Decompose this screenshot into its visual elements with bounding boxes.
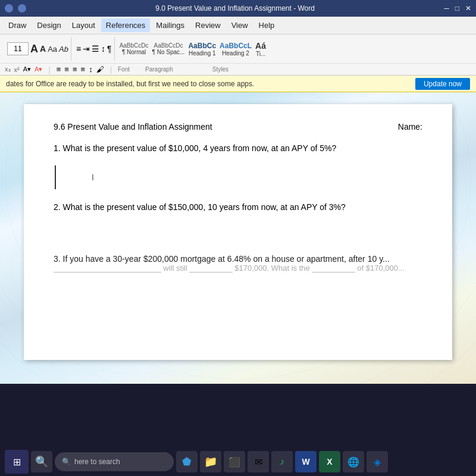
document-area: 9.6 Present Value and Inflation Assignme… [0, 92, 476, 384]
menu-design[interactable]: Design [32, 18, 65, 32]
align-left-icon[interactable]: ≡ [57, 65, 61, 74]
ribbon-font-group: A A Aa Ab [5, 37, 71, 61]
taskbar-store-icon[interactable]: ⬛ [224, 451, 245, 472]
taskbar-chrome-icon[interactable]: 🌐 [343, 451, 364, 472]
close-icon[interactable]: ✕ [465, 4, 471, 12]
align-right-icon[interactable]: ≡ [73, 65, 77, 74]
font-size-input[interactable] [7, 42, 29, 55]
update-now-button[interactable]: Update now [415, 78, 470, 90]
taskbar-edge2-icon[interactable]: ◈ [367, 451, 388, 472]
taskbar-mail-icon[interactable]: ✉ [248, 451, 269, 472]
document-page[interactable]: 9.6 Present Value and Inflation Assignme… [24, 104, 452, 360]
taskbar-word-icon[interactable]: W [295, 451, 317, 472]
taskbar-edge-icon[interactable]: ⬟ [176, 451, 198, 472]
superscript-icon[interactable]: x² [14, 66, 20, 73]
question-2: 2. What is the present value of $150,000… [54, 201, 422, 214]
line-spacing-icon[interactable]: ↕ [89, 65, 93, 74]
font-aa[interactable]: Aa [48, 45, 57, 54]
font-ab[interactable]: Ab [59, 45, 68, 54]
indent-icon[interactable]: ⇥ [83, 44, 90, 54]
search-placeholder: here to search [74, 458, 120, 466]
window-icon-1 [5, 4, 13, 12]
ribbon-row-2: x₂ x² A▾ A▾ | ≡ ≡ ≡ ≡ ↕ 🖌 | Font Paragra… [0, 64, 476, 75]
ribbon: A A Aa Ab ≡ ⇥ ☰ ↕ ¶ AaBbCcDc ¶ Normal Aa… [0, 35, 476, 76]
document-title: 9.6 Present Value and Inflation Assignme… [54, 122, 212, 131]
paragraph-mark-icon[interactable]: ¶ [107, 44, 112, 54]
styles-section-label: Styles [212, 66, 228, 73]
store-icon: ⬛ [228, 456, 240, 468]
taskbar-search-box[interactable]: 🔍 here to search [55, 452, 174, 471]
taskbar-excel-icon[interactable]: X [319, 451, 340, 472]
question-1: 1. What is the present value of $10,000,… [54, 142, 422, 155]
question-3-partial: 3. If you have a 30-year $200,000 mortga… [54, 254, 422, 264]
font-section-label: Font [118, 66, 130, 73]
word-logo-icon: W [302, 457, 309, 466]
justify-icon[interactable]: ≡ [81, 65, 86, 74]
magnifier-icon: 🔍 [35, 455, 48, 468]
menu-mailings[interactable]: Mailings [151, 18, 189, 32]
question-3-continuation: _________________________ will still ___… [54, 264, 422, 275]
menu-review[interactable]: Review [190, 18, 226, 32]
highlight-color-icon[interactable]: A▾ [23, 65, 31, 73]
search-glass-icon: 🔍 [62, 458, 71, 466]
menu-view[interactable]: View [227, 18, 253, 32]
menu-draw[interactable]: Draw [4, 18, 31, 32]
edge-icon: ⬟ [182, 455, 192, 468]
edge2-icon: ◈ [374, 456, 381, 468]
cursor-i-beam: I [92, 173, 94, 182]
ribbon-styles-group: AaBbCcDc ¶ Normal AaBbCcDc ¶ No Spac... … [117, 37, 268, 61]
window-icon-2 [18, 4, 26, 12]
menu-layout[interactable]: Layout [67, 18, 100, 32]
font-a-medium[interactable]: A [40, 44, 46, 54]
title-bar: 9.0 Present Value and Inflation Assignme… [0, 0, 476, 17]
taskbar-file-explorer-icon[interactable]: 📁 [200, 451, 221, 472]
style-heading1[interactable]: AaBbCc Heading 1 [188, 42, 216, 57]
start-button[interactable]: ⊞ [5, 450, 29, 474]
excel-logo-icon: X [327, 457, 332, 466]
menu-bar: Draw Design Layout References Mailings R… [0, 17, 476, 35]
sort-icon[interactable]: ↕ [101, 44, 105, 54]
answer-area-2 [54, 224, 422, 254]
window-title: 9.0 Present Value and Inflation Assignme… [31, 4, 439, 12]
chrome-icon: 🌐 [347, 456, 359, 468]
menu-help[interactable]: Help [254, 18, 280, 32]
ribbon-row-1: A A Aa Ab ≡ ⇥ ☰ ↕ ¶ AaBbCcDc ¶ Normal Aa… [0, 35, 476, 64]
update-message: dates for Office are ready to be install… [6, 80, 409, 88]
taskbar: ⊞ 🔍 🔍 here to search ⬟ 📁 ⬛ ✉ ♪ W X 🌐 ◈ [0, 447, 476, 476]
ribbon-paragraph-group: ≡ ⇥ ☰ ↕ ¶ [74, 37, 115, 61]
window-controls: ─ □ ✕ [444, 4, 471, 12]
mail-icon: ✉ [255, 456, 262, 468]
style-nospac[interactable]: AaBbCcDc ¶ No Spac... [152, 42, 185, 55]
style-heading2[interactable]: AaBbCcL Heading 2 [220, 42, 252, 57]
name-label: Name: [398, 122, 422, 131]
music-icon: ♪ [280, 456, 284, 467]
style-title[interactable]: Aá Ti... [255, 41, 266, 57]
font-color-icon[interactable]: A▾ [35, 65, 42, 73]
taskbar-spotify-icon[interactable]: ♪ [271, 451, 293, 472]
font-a-large[interactable]: A [30, 43, 38, 55]
document-title-line: 9.6 Present Value and Inflation Assignme… [54, 122, 422, 131]
folder-icon: 📁 [204, 455, 217, 468]
paragraph-section-label: Paragraph [145, 66, 173, 73]
windows-logo-icon: ⊞ [13, 456, 21, 468]
taskbar-search-icon[interactable]: 🔍 [31, 451, 52, 472]
align-icon[interactable]: ☰ [92, 44, 99, 54]
update-bar: dates for Office are ready to be install… [0, 76, 476, 92]
align-center-icon[interactable]: ≡ [64, 65, 69, 74]
style-normal[interactable]: AaBbCcDc ¶ Normal [120, 42, 149, 55]
subscript-icon[interactable]: x₂ [5, 65, 11, 73]
menu-references[interactable]: References [101, 18, 150, 32]
minimize-icon[interactable]: ─ [444, 4, 449, 12]
cursor-area[interactable]: I [55, 165, 422, 189]
shading-icon[interactable]: 🖌 [96, 65, 104, 74]
list-icon[interactable]: ≡ [76, 44, 81, 54]
maximize-icon[interactable]: □ [455, 4, 459, 12]
